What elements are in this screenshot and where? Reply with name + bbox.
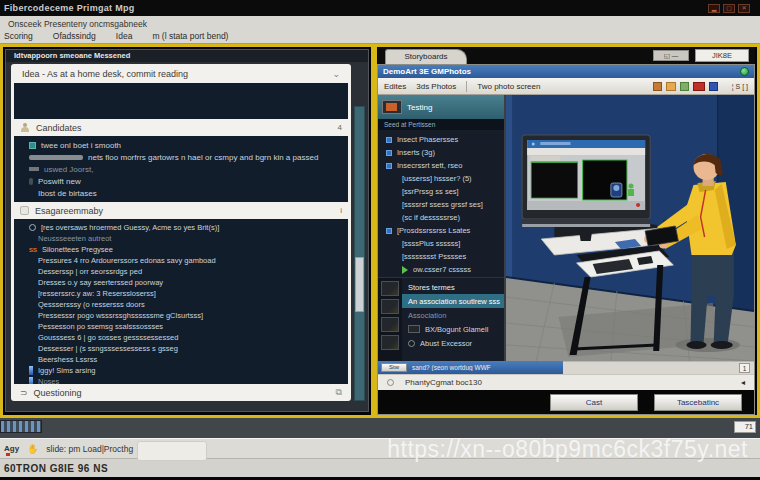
demo-main: Testing Seed at Pertissen Insect Phasers…	[378, 95, 754, 361]
slide-tree-panel: Testing Seed at Pertissen Insect Phasers…	[378, 95, 506, 361]
item-label: [res oversaws hroermed Guessy, Acme so y…	[41, 223, 219, 232]
experience-list-item[interactable]: Iggy! Sims arsing	[14, 365, 348, 376]
menu-item[interactable]: Idea	[116, 31, 133, 41]
collapse-left-icon[interactable]: ◂	[741, 378, 745, 387]
tile-folder-icon[interactable]	[666, 82, 676, 91]
toolbar-item-1[interactable]: Edites	[384, 82, 406, 91]
menu-item[interactable]: Scoring	[4, 31, 33, 41]
toolbar-item-3[interactable]: Two photo screen	[477, 82, 540, 91]
experience-list-item[interactable]: Noses	[14, 376, 348, 384]
3d-viewport[interactable]	[506, 95, 754, 361]
item-label: Insecrssrt sett, rseo	[397, 161, 462, 170]
tree-item[interactable]: [usserss] hssser? (5)	[378, 172, 504, 185]
idea-header[interactable]: Idea - As at a home desk, commit reading…	[11, 64, 351, 83]
window-titlebar: Fibercodeceme Primgat Mpg ▂▢✕	[0, 0, 760, 16]
blue-dot-icon	[386, 150, 392, 156]
watermark-url: https://xn--o80bp9mc6ck3f75y.net	[387, 436, 748, 463]
tree-item[interactable]: (sc if desssssrse)	[378, 211, 504, 224]
window-control-button[interactable]: ▂	[708, 4, 720, 13]
experience-list-item[interactable]: Qesssersssy (o ressersss doors	[14, 299, 348, 310]
experience-list-item[interactable]: Dessesser | (s ssngsssessessess s gsseg	[14, 343, 348, 354]
clip-thumbnail[interactable]	[381, 317, 399, 332]
tile-green-icon[interactable]	[680, 82, 689, 91]
record-circle-icon	[387, 379, 394, 386]
window-controls: ▂▢✕	[708, 4, 750, 13]
taskbar-status-text: slide: pm Load|Procthg	[46, 444, 133, 454]
item-label: Inserts (3g)	[397, 148, 435, 157]
item-label: Dresses o.y say seerterssed poorway	[38, 278, 163, 287]
tree-item[interactable]: [sssssssst Psssses	[378, 250, 504, 263]
candidates-header[interactable]: Candidates 4	[11, 119, 351, 136]
tab-storyboards[interactable]: Storyboards	[385, 49, 467, 64]
item-label: Neussseeeten autreot	[38, 234, 111, 243]
window-control-button[interactable]: ▢	[723, 4, 735, 13]
tree-item[interactable]: Insecrssrt sett, rseo	[378, 159, 504, 172]
filmstrip	[378, 278, 402, 361]
progress-segment[interactable]	[0, 420, 42, 433]
candidates-list-item[interactable]: uswed Joorst,	[14, 163, 348, 175]
tree-item[interactable]: ow.csser7 csssss	[378, 263, 504, 276]
experience-list-item[interactable]: Beershess Lssrss	[14, 354, 348, 365]
restore-window-icon[interactable]: ⧉	[336, 387, 342, 398]
clip-thumbnail[interactable]	[381, 335, 399, 350]
toolbar-item-2[interactable]: 3ds Photos	[416, 82, 456, 91]
window-chip-small[interactable]: ◱ —	[653, 50, 689, 61]
status-corner-badge[interactable]: 1	[739, 363, 750, 373]
item-label: uswed Joorst,	[44, 165, 93, 174]
tree-item[interactable]: [ssssrsf ssess grssf ses]	[378, 198, 504, 211]
tree-item[interactable]: [ssrPrssg ss ses]	[378, 185, 504, 198]
experience-list-item[interactable]: Pressesssr pogo wsssrssghssssssme gClsur…	[14, 310, 348, 321]
experience-list-item[interactable]: Gousssess 6 | go sosses gessssessessed	[14, 332, 348, 343]
experience-list-item[interactable]: Neussseeeten autreot	[14, 233, 348, 244]
status-mini-button[interactable]: Stw	[381, 363, 407, 372]
experience-list-item[interactable]: [resserssrc.y aw: 3 Reserssloserss]	[14, 288, 348, 299]
clip-list-item[interactable]: An association soutlrew sss	[402, 294, 504, 308]
window-chip-label[interactable]: JIK8E	[695, 49, 749, 62]
candidates-list-item[interactable]: Ibost de birtases	[14, 187, 348, 199]
tile-red-icon[interactable]	[693, 82, 705, 91]
experience-list-item[interactable]: Desserssp | orr seorssrdgs ped	[14, 266, 348, 277]
candidates-list-item[interactable]: nets floo morfrrs gartowrs n hael or csm…	[14, 151, 348, 163]
chevron-down-icon[interactable]: ⌄	[332, 69, 340, 79]
clip-list-item[interactable]: BX/Bogunt Glamell	[402, 322, 504, 336]
item-label: [ssssPlus ssssss]	[402, 239, 460, 248]
tree-selected-item[interactable]: Testing	[378, 95, 504, 119]
scrollbar-thumb[interactable]	[355, 257, 364, 312]
menu-item[interactable]: m (l stata port bend)	[152, 31, 228, 41]
toolbar-trailing-glyphs: ¦ S [ ]	[732, 83, 748, 90]
tile-blue-icon[interactable]	[709, 82, 718, 91]
tree-item[interactable]: [Prosdssrssrss Lsates	[378, 224, 504, 237]
tree-item[interactable]: Insect Phasersses	[378, 133, 504, 146]
experience-list-item[interactable]: Pessesson po ssemsg ssalsssossses	[14, 321, 348, 332]
hand-cursor-icon: ✋	[27, 444, 38, 454]
menu-item[interactable]: Ofadssindg	[53, 31, 96, 41]
experience-list-item[interactable]: Pressures 4 rro Ardourerssors edonas sav…	[14, 255, 348, 266]
experience-list-item[interactable]: [res oversaws hroermed Guessy, Acme so y…	[14, 222, 348, 233]
dialog-button[interactable]: Cast	[550, 394, 638, 411]
experience-list-item[interactable]: Silonettees Pregysee	[14, 244, 348, 255]
clip-list-item[interactable]: Association	[402, 308, 504, 322]
experience-header[interactable]: Esagareemmaby i	[11, 202, 351, 219]
chip-bx-icon	[408, 325, 420, 333]
item-label: Abust Excessor	[420, 339, 472, 348]
clip-thumbnail[interactable]	[381, 281, 399, 296]
experience-list-item[interactable]: Dresses o.y say seerterssed poorway	[14, 277, 348, 288]
record-status-button[interactable]	[740, 67, 749, 76]
window-control-button[interactable]: ✕	[738, 4, 750, 13]
dialog-button[interactable]: Tascebatinc	[654, 394, 742, 411]
item-label: Association	[408, 311, 446, 320]
clip-list-item[interactable]: Abust Excessor	[402, 336, 504, 350]
demo-window: DemoArt 3E GMPhotos Edites 3ds Photos Tw…	[377, 64, 755, 415]
tile-orange-icon[interactable]	[653, 82, 662, 91]
candidates-list-item[interactable]: Poswift new	[14, 175, 348, 187]
tree-item[interactable]: Inserts (3g)	[378, 146, 504, 159]
tree-item[interactable]: [ssssPlus ssssss]	[378, 237, 504, 250]
clip-thumbnail[interactable]	[381, 299, 399, 314]
tree-selected-label: Testing	[407, 103, 432, 112]
viewport-scene	[506, 95, 754, 361]
left-panel-scrollbar[interactable]	[354, 106, 365, 401]
app-icon[interactable]: Agy	[4, 444, 19, 453]
questioning-footer[interactable]: ⊃ Questioning ⧉	[11, 384, 351, 401]
clip-list-item[interactable]: Stores termes	[402, 280, 504, 294]
candidates-list-item[interactable]: twee onl boet i smooth	[14, 139, 348, 151]
